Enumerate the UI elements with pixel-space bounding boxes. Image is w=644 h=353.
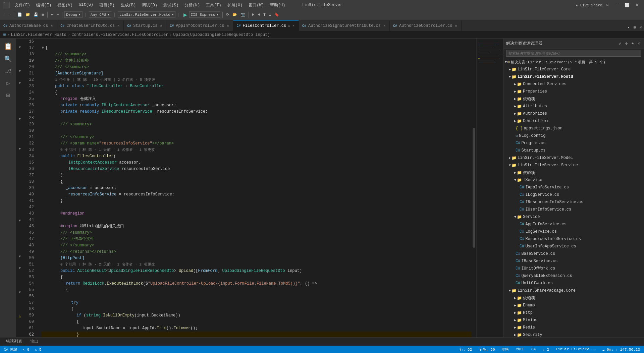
run-button[interactable]: ▶ xyxy=(182,12,189,17)
toolbar-refresh-btn[interactable]: ⟳ xyxy=(225,12,230,17)
gutter-46[interactable]: ▼ xyxy=(16,218,23,224)
tab-authorizesignatureattr[interactable]: C# AuthorizeSignatureAttribute.cs ✕ xyxy=(299,20,390,31)
bottom-tab-output[interactable]: 输出 xyxy=(27,338,42,345)
tree-hostd[interactable]: ▼ 📁 LinSir.FileServer.Hostd xyxy=(503,73,644,80)
status-language[interactable]: C# xyxy=(530,347,537,351)
explorer-icon[interactable]: 📋 xyxy=(3,41,13,52)
status-col[interactable]: 字符: 90 xyxy=(477,347,496,352)
tree-deps-share[interactable]: ▶ 📁 依赖项 xyxy=(503,294,644,302)
bc-hostd[interactable]: LinSir.FileServer.Hostd xyxy=(11,33,66,37)
tree-iresources[interactable]: C# IResourcesInfoService.cs xyxy=(503,198,644,206)
tree-unitofwork[interactable]: C# UnitOfWork.cs xyxy=(503,280,644,287)
toolbar-camera-btn[interactable]: 📷 xyxy=(239,12,247,17)
tree-core[interactable]: ▶ 📁 LinSir.FileServer.Core xyxy=(503,66,644,73)
project-dropdown[interactable]: LinSir.FileServer.Hostd ▾ xyxy=(118,11,175,18)
tree-service[interactable]: ▼ 📁 LinSir.FileServer.Service xyxy=(503,162,644,169)
tree-solution-root[interactable]: ▼ ⊞ 解决方案'LinSir.FileServer'(5 个项目，共 5 个) xyxy=(503,58,644,66)
tab-close-createuserinfodto[interactable]: ✕ xyxy=(117,23,120,28)
status-live-share[interactable]: ☁ 0m↓ ↑ 147:56:23 xyxy=(601,347,641,352)
search-icon[interactable]: 🔍 xyxy=(3,54,13,64)
tree-model[interactable]: ▶ 📁 LinSir.FileServer.Model xyxy=(503,154,644,162)
tree-deps-service[interactable]: ▶ 📁 依赖项 xyxy=(503,169,644,176)
tree-redis[interactable]: ▶ 📁 Redis xyxy=(503,324,644,331)
scrollbar-thumb[interactable] xyxy=(473,128,475,247)
tree-connected-services[interactable]: ▶ 📁 Connected Services xyxy=(503,80,644,88)
tab-authorizecontroller[interactable]: C# AuthorizeController.cs ✕ xyxy=(390,20,461,31)
tree-iuserinfo[interactable]: C# IUserInfoService.cs xyxy=(503,206,644,213)
tab-authorizebase[interactable]: C# AuthorizeBase.cs ✕ xyxy=(0,20,57,31)
status-git-sync[interactable]: ⇅ 2 xyxy=(541,347,550,352)
toolbar-new-btn[interactable]: 📄 xyxy=(16,12,23,17)
menu-help[interactable]: 帮助(H) xyxy=(267,2,288,9)
toolbar-folder-btn[interactable]: 📂 xyxy=(231,12,238,17)
status-line-ending[interactable]: CRLF xyxy=(514,347,526,351)
toolbar-undo-btn[interactable]: ↩ xyxy=(50,12,55,17)
tree-nlog[interactable]: ⚙ NLog.config xyxy=(503,132,644,139)
gutter-54[interactable]: ▼ xyxy=(16,266,23,272)
menu-tools[interactable]: 工具(T) xyxy=(203,2,224,9)
git-icon[interactable]: ⎇ xyxy=(4,66,13,76)
tab-close-startup[interactable]: ✕ xyxy=(159,23,163,28)
tab-appinfocontroller[interactable]: C# AppInfoController.cs ✕ xyxy=(166,20,233,31)
gutter-21[interactable]: ▼ xyxy=(16,68,23,74)
tree-ibaseservice[interactable]: C# IBaseService.cs xyxy=(503,257,644,265)
tab-options-btn[interactable]: ▾ xyxy=(625,24,632,31)
tree-deps-hostd[interactable]: ▶ 📁 依赖项 xyxy=(503,95,644,103)
menu-view[interactable]: 视图(V) xyxy=(55,2,75,9)
solution-explorer-tree[interactable]: ▼ ⊞ 解决方案'LinSir.FileServer'(5 个项目，共 5 个)… xyxy=(503,58,644,337)
toolbar-nav1[interactable]: ⊢ xyxy=(251,12,256,17)
tab-close-filescontroller[interactable]: ✕ xyxy=(292,23,295,28)
tree-userinfo-svc[interactable]: C# UserInfoAppService.cs xyxy=(503,243,644,250)
toolbar-forward-btn[interactable]: → xyxy=(7,12,12,17)
tree-program[interactable]: C# Program.cs xyxy=(503,139,644,147)
menu-edit[interactable]: 编辑(E) xyxy=(34,2,54,9)
tree-serviceimpl[interactable]: ▼ 📁 Service xyxy=(503,213,644,221)
debug-icon[interactable]: ▷ xyxy=(5,78,11,88)
menu-test[interactable]: 测试(S) xyxy=(161,2,181,9)
toolbar-nav2[interactable]: ⊣ xyxy=(257,12,262,17)
tree-http[interactable]: ▶ 📁 Http xyxy=(503,309,644,316)
solution-explorer-search[interactable] xyxy=(506,50,641,57)
gutter-23[interactable]: ▼ xyxy=(16,80,23,86)
tree-appinfo-svc[interactable]: C# AppInfoService.cs xyxy=(503,221,644,228)
status-line[interactable]: 行: 62 xyxy=(458,347,473,352)
menu-project[interactable]: 项目(P) xyxy=(97,2,117,9)
menu-file[interactable]: 文件(F) xyxy=(12,2,33,9)
menu-analyze[interactable]: 分析(N) xyxy=(182,2,203,9)
tab-close-authorizecontroller[interactable]: ✕ xyxy=(454,23,458,28)
tree-log-svc[interactable]: C# LogService.cs xyxy=(503,228,644,235)
menu-extensions[interactable]: 扩展(X) xyxy=(225,2,246,9)
tab-filescontroller[interactable]: C# FilesController.cs ● ✕ xyxy=(233,20,299,31)
toolbar-back-btn[interactable]: ← xyxy=(1,12,6,17)
toolbar-nav4[interactable]: ⊥ xyxy=(268,12,273,17)
panel-settings-btn[interactable]: ⚙ xyxy=(624,41,629,46)
tree-queryable-ext[interactable]: C# QueryableExtension.cs xyxy=(503,272,644,280)
close-button[interactable]: ✕ xyxy=(633,1,641,9)
panel-add-btn[interactable]: + xyxy=(630,41,635,46)
tree-appsettings[interactable]: { } appsettings.json xyxy=(503,125,644,132)
tab-createuserinfodto[interactable]: C# CreateUserInfoDto.cs ✕ xyxy=(57,20,124,31)
menu-git[interactable]: Git(G) xyxy=(76,2,96,9)
tree-baseservice[interactable]: C# BaseService.cs xyxy=(503,250,644,257)
panel-sync-btn[interactable]: ⇄ xyxy=(618,41,623,46)
maximize-button[interactable]: ⬜ xyxy=(623,1,631,9)
toolbar-save-btn[interactable]: 💾 xyxy=(32,12,40,17)
menu-build[interactable]: 生成(B) xyxy=(118,2,139,9)
status-encoding[interactable]: 空格 xyxy=(500,347,510,352)
toolbar-redo-btn[interactable]: ↪ xyxy=(55,12,60,17)
tree-iservice[interactable]: ▼ 📁 IService xyxy=(503,176,644,184)
cpu-config-dropdown[interactable]: Any CPU ▾ xyxy=(89,11,111,18)
gutter-17[interactable]: ▼ xyxy=(16,45,23,51)
vertical-scrollbar[interactable] xyxy=(472,39,476,337)
tree-ilog[interactable]: C# ILogService.cs xyxy=(503,191,644,198)
tab-list-btn[interactable]: ✕ xyxy=(638,24,644,31)
right-panel-toggle[interactable]: ⊞ xyxy=(632,24,638,31)
bc-controllers[interactable]: Controllers.FileServices.FilesController xyxy=(71,33,168,37)
tree-minios[interactable]: ▶ 📁 Minios xyxy=(503,316,644,324)
tree-iappinfo[interactable]: C# IAppInfoService.cs xyxy=(503,184,644,191)
status-project[interactable]: LinSir.FileServ... xyxy=(554,347,597,351)
gutter-58[interactable]: ▼ xyxy=(16,289,23,295)
menu-debug[interactable]: 调试(D) xyxy=(139,2,160,9)
gutter-29[interactable]: ▼ xyxy=(16,116,23,122)
tree-sharepackage[interactable]: ▼ 📁 LinSir.SharePackage.Core xyxy=(503,287,644,294)
